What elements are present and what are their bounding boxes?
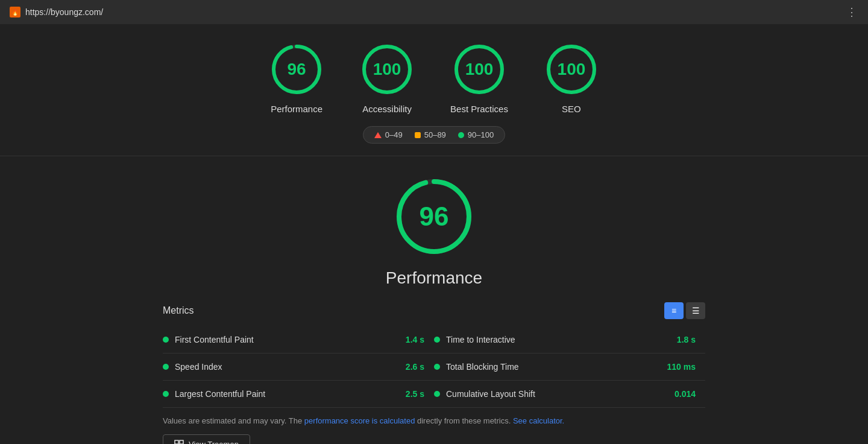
big-performance-score: 96 [420, 201, 449, 232]
fcp-dot-icon [163, 337, 169, 343]
perf-title: Performance [386, 268, 482, 288]
top-bar: 🔥 https://byoungz.com/ ⋮ [0, 0, 868, 24]
list-icon: ☰ [692, 306, 700, 316]
orange-square-icon [415, 132, 421, 138]
performance-score: 96 [287, 60, 306, 79]
si-value: 2.6 s [406, 362, 424, 372]
metric-row-lcp: Largest Contentful Paint 2.5 s [163, 381, 434, 408]
metrics-left-column: First Contentful Paint 1.4 s Speed Index… [163, 326, 434, 408]
tti-dot-icon [434, 337, 440, 343]
best-practices-label: Best Practices [450, 104, 508, 114]
metric-row-si: Speed Index 2.6 s [163, 354, 434, 381]
top-bar-left: 🔥 https://byoungz.com/ [10, 7, 103, 17]
best-practices-ring: 100 [452, 42, 506, 97]
lcp-value: 2.5 s [406, 389, 424, 399]
url-display: https://byoungz.com/ [25, 7, 103, 17]
si-name: Speed Index [175, 362, 400, 372]
footer-note-mid: directly from these metrics. [415, 416, 513, 425]
grid-view-button[interactable]: ≡ [664, 302, 684, 319]
view-toggle: ≡ ☰ [664, 302, 705, 319]
view-treemap-button[interactable]: View Treemap [163, 434, 250, 445]
lcp-dot-icon [163, 391, 169, 397]
metrics-header: Metrics ≡ ☰ [163, 302, 705, 319]
cls-dot-icon [434, 391, 440, 397]
treemap-btn-label: View Treemap [189, 440, 239, 444]
lcp-name: Largest Contentful Paint [175, 389, 400, 399]
cls-name: Cumulative Layout Shift [446, 389, 668, 399]
metric-row-fcp: First Contentful Paint 1.4 s [163, 326, 434, 354]
accessibility-score: 100 [373, 60, 401, 79]
metrics-grid: First Contentful Paint 1.4 s Speed Index… [163, 326, 705, 408]
legend-green-label: 90–100 [468, 130, 494, 139]
score-card-performance[interactable]: 96 Performance [269, 42, 324, 114]
seo-ring: 100 [544, 42, 599, 97]
accessibility-ring: 100 [360, 42, 414, 97]
red-triangle-icon [374, 132, 382, 138]
list-view-button[interactable]: ☰ [686, 302, 705, 319]
score-cards: 96 Performance 100 Accessibility 100 [269, 42, 599, 114]
metrics-right-column: Time to Interactive 1.8 s Total Blocking… [434, 326, 705, 408]
legend-green: 90–100 [458, 130, 494, 139]
treemap-icon [174, 440, 184, 445]
score-card-best-practices[interactable]: 100 Best Practices [450, 42, 508, 114]
tbt-value: 110 ms [667, 362, 696, 372]
footer-note: Values are estimated and may vary. The p… [163, 415, 705, 427]
perf-score-link[interactable]: performance score is calculated [304, 416, 415, 425]
big-performance-ring: 96 [392, 174, 476, 259]
performance-ring: 96 [269, 42, 324, 97]
calculator-link[interactable]: See calculator. [513, 416, 564, 425]
metrics-label: Metrics [163, 305, 194, 316]
svg-rect-12 [175, 440, 178, 444]
performance-label: Performance [271, 104, 322, 114]
tti-name: Time to Interactive [446, 335, 671, 344]
seo-score: 100 [558, 60, 586, 79]
tbt-name: Total Blocking Time [446, 362, 661, 372]
score-card-seo[interactable]: 100 SEO [544, 42, 599, 114]
cls-value: 0.014 [675, 389, 696, 399]
legend-red-label: 0–49 [385, 130, 403, 139]
favicon-icon: 🔥 [10, 7, 20, 17]
svg-rect-13 [180, 440, 183, 444]
grid-icon: ≡ [671, 306, 676, 316]
seo-label: SEO [562, 104, 581, 114]
perf-section: 96 Performance Metrics ≡ ☰ First Content… [0, 156, 868, 444]
legend-red: 0–49 [374, 130, 403, 139]
metrics-container: Metrics ≡ ☰ First Contentful Paint 1.4 s [163, 302, 705, 444]
tbt-dot-icon [434, 364, 440, 370]
menu-dots-icon[interactable]: ⋮ [846, 5, 858, 19]
green-dot-icon [458, 132, 464, 138]
fcp-value: 1.4 s [406, 335, 424, 344]
metric-row-tbt: Total Blocking Time 110 ms [434, 354, 705, 381]
tti-value: 1.8 s [677, 335, 696, 344]
si-dot-icon [163, 364, 169, 370]
fcp-name: First Contentful Paint [175, 335, 400, 344]
metric-row-cls: Cumulative Layout Shift 0.014 [434, 381, 705, 408]
best-practices-score: 100 [465, 60, 494, 79]
scores-section: 96 Performance 100 Accessibility 100 [0, 24, 868, 156]
score-card-accessibility[interactable]: 100 Accessibility [360, 42, 414, 114]
metric-row-tti: Time to Interactive 1.8 s [434, 326, 705, 354]
footer-note-start: Values are estimated and may vary. The [163, 416, 304, 425]
svg-text:🔥: 🔥 [11, 8, 19, 16]
score-legend: 0–49 50–89 90–100 [363, 126, 505, 144]
legend-orange-label: 50–89 [424, 130, 446, 139]
legend-orange: 50–89 [415, 130, 446, 139]
accessibility-label: Accessibility [362, 104, 412, 114]
